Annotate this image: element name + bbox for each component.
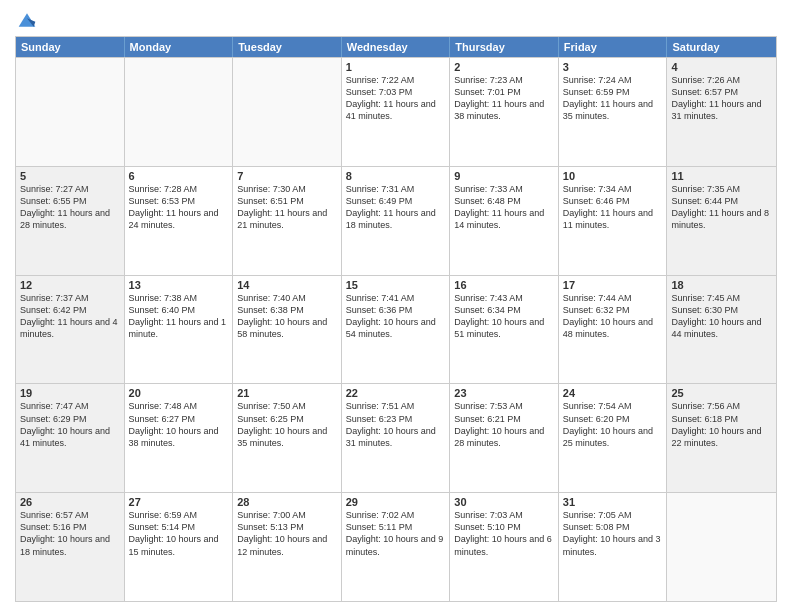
day-number: 20 xyxy=(129,387,229,399)
day-number: 22 xyxy=(346,387,446,399)
calendar-cell: 15Sunrise: 7:41 AM Sunset: 6:36 PM Dayli… xyxy=(342,276,451,384)
calendar-cell: 18Sunrise: 7:45 AM Sunset: 6:30 PM Dayli… xyxy=(667,276,776,384)
page: SundayMondayTuesdayWednesdayThursdayFrid… xyxy=(0,0,792,612)
calendar-cell: 9Sunrise: 7:33 AM Sunset: 6:48 PM Daylig… xyxy=(450,167,559,275)
calendar-cell: 28Sunrise: 7:00 AM Sunset: 5:13 PM Dayli… xyxy=(233,493,342,601)
day-number: 24 xyxy=(563,387,663,399)
day-number: 25 xyxy=(671,387,772,399)
calendar-cell: 5Sunrise: 7:27 AM Sunset: 6:55 PM Daylig… xyxy=(16,167,125,275)
cell-info: Sunrise: 7:48 AM Sunset: 6:27 PM Dayligh… xyxy=(129,400,229,449)
day-number: 4 xyxy=(671,61,772,73)
calendar-cell: 6Sunrise: 7:28 AM Sunset: 6:53 PM Daylig… xyxy=(125,167,234,275)
cell-info: Sunrise: 7:35 AM Sunset: 6:44 PM Dayligh… xyxy=(671,183,772,232)
calendar-cell: 10Sunrise: 7:34 AM Sunset: 6:46 PM Dayli… xyxy=(559,167,668,275)
day-number: 23 xyxy=(454,387,554,399)
cell-info: Sunrise: 7:45 AM Sunset: 6:30 PM Dayligh… xyxy=(671,292,772,341)
day-number: 31 xyxy=(563,496,663,508)
calendar-cell: 16Sunrise: 7:43 AM Sunset: 6:34 PM Dayli… xyxy=(450,276,559,384)
cell-info: Sunrise: 7:50 AM Sunset: 6:25 PM Dayligh… xyxy=(237,400,337,449)
calendar-header: SundayMondayTuesdayWednesdayThursdayFrid… xyxy=(16,37,776,57)
calendar-cell xyxy=(125,58,234,166)
cell-info: Sunrise: 7:27 AM Sunset: 6:55 PM Dayligh… xyxy=(20,183,120,232)
cell-info: Sunrise: 7:33 AM Sunset: 6:48 PM Dayligh… xyxy=(454,183,554,232)
cell-info: Sunrise: 7:41 AM Sunset: 6:36 PM Dayligh… xyxy=(346,292,446,341)
cell-info: Sunrise: 7:22 AM Sunset: 7:03 PM Dayligh… xyxy=(346,74,446,123)
calendar-cell: 31Sunrise: 7:05 AM Sunset: 5:08 PM Dayli… xyxy=(559,493,668,601)
calendar-cell: 4Sunrise: 7:26 AM Sunset: 6:57 PM Daylig… xyxy=(667,58,776,166)
calendar: SundayMondayTuesdayWednesdayThursdayFrid… xyxy=(15,36,777,602)
calendar-header-cell: Sunday xyxy=(16,37,125,57)
calendar-cell xyxy=(16,58,125,166)
calendar-cell: 24Sunrise: 7:54 AM Sunset: 6:20 PM Dayli… xyxy=(559,384,668,492)
day-number: 10 xyxy=(563,170,663,182)
day-number: 11 xyxy=(671,170,772,182)
calendar-cell: 2Sunrise: 7:23 AM Sunset: 7:01 PM Daylig… xyxy=(450,58,559,166)
cell-info: Sunrise: 7:56 AM Sunset: 6:18 PM Dayligh… xyxy=(671,400,772,449)
logo xyxy=(15,10,37,30)
calendar-header-cell: Thursday xyxy=(450,37,559,57)
calendar-header-cell: Saturday xyxy=(667,37,776,57)
calendar-cell: 20Sunrise: 7:48 AM Sunset: 6:27 PM Dayli… xyxy=(125,384,234,492)
calendar-body: 1Sunrise: 7:22 AM Sunset: 7:03 PM Daylig… xyxy=(16,57,776,601)
calendar-week: 1Sunrise: 7:22 AM Sunset: 7:03 PM Daylig… xyxy=(16,57,776,166)
cell-info: Sunrise: 7:54 AM Sunset: 6:20 PM Dayligh… xyxy=(563,400,663,449)
day-number: 30 xyxy=(454,496,554,508)
calendar-cell xyxy=(233,58,342,166)
calendar-cell: 11Sunrise: 7:35 AM Sunset: 6:44 PM Dayli… xyxy=(667,167,776,275)
day-number: 28 xyxy=(237,496,337,508)
day-number: 19 xyxy=(20,387,120,399)
cell-info: Sunrise: 7:28 AM Sunset: 6:53 PM Dayligh… xyxy=(129,183,229,232)
day-number: 6 xyxy=(129,170,229,182)
logo-icon xyxy=(17,10,37,30)
header xyxy=(15,10,777,30)
calendar-cell: 8Sunrise: 7:31 AM Sunset: 6:49 PM Daylig… xyxy=(342,167,451,275)
day-number: 3 xyxy=(563,61,663,73)
calendar-week: 19Sunrise: 7:47 AM Sunset: 6:29 PM Dayli… xyxy=(16,383,776,492)
day-number: 16 xyxy=(454,279,554,291)
calendar-cell: 12Sunrise: 7:37 AM Sunset: 6:42 PM Dayli… xyxy=(16,276,125,384)
calendar-cell: 22Sunrise: 7:51 AM Sunset: 6:23 PM Dayli… xyxy=(342,384,451,492)
day-number: 17 xyxy=(563,279,663,291)
day-number: 14 xyxy=(237,279,337,291)
calendar-cell: 30Sunrise: 7:03 AM Sunset: 5:10 PM Dayli… xyxy=(450,493,559,601)
cell-info: Sunrise: 7:02 AM Sunset: 5:11 PM Dayligh… xyxy=(346,509,446,558)
cell-info: Sunrise: 7:47 AM Sunset: 6:29 PM Dayligh… xyxy=(20,400,120,449)
cell-info: Sunrise: 7:26 AM Sunset: 6:57 PM Dayligh… xyxy=(671,74,772,123)
cell-info: Sunrise: 7:43 AM Sunset: 6:34 PM Dayligh… xyxy=(454,292,554,341)
cell-info: Sunrise: 7:00 AM Sunset: 5:13 PM Dayligh… xyxy=(237,509,337,558)
calendar-cell: 17Sunrise: 7:44 AM Sunset: 6:32 PM Dayli… xyxy=(559,276,668,384)
cell-info: Sunrise: 7:44 AM Sunset: 6:32 PM Dayligh… xyxy=(563,292,663,341)
cell-info: Sunrise: 7:24 AM Sunset: 6:59 PM Dayligh… xyxy=(563,74,663,123)
day-number: 18 xyxy=(671,279,772,291)
day-number: 1 xyxy=(346,61,446,73)
calendar-cell: 14Sunrise: 7:40 AM Sunset: 6:38 PM Dayli… xyxy=(233,276,342,384)
day-number: 13 xyxy=(129,279,229,291)
cell-info: Sunrise: 7:37 AM Sunset: 6:42 PM Dayligh… xyxy=(20,292,120,341)
cell-info: Sunrise: 7:30 AM Sunset: 6:51 PM Dayligh… xyxy=(237,183,337,232)
cell-info: Sunrise: 7:31 AM Sunset: 6:49 PM Dayligh… xyxy=(346,183,446,232)
day-number: 2 xyxy=(454,61,554,73)
day-number: 5 xyxy=(20,170,120,182)
cell-info: Sunrise: 7:03 AM Sunset: 5:10 PM Dayligh… xyxy=(454,509,554,558)
calendar-cell: 13Sunrise: 7:38 AM Sunset: 6:40 PM Dayli… xyxy=(125,276,234,384)
day-number: 26 xyxy=(20,496,120,508)
day-number: 21 xyxy=(237,387,337,399)
calendar-header-cell: Wednesday xyxy=(342,37,451,57)
calendar-cell: 26Sunrise: 6:57 AM Sunset: 5:16 PM Dayli… xyxy=(16,493,125,601)
calendar-cell: 29Sunrise: 7:02 AM Sunset: 5:11 PM Dayli… xyxy=(342,493,451,601)
day-number: 7 xyxy=(237,170,337,182)
cell-info: Sunrise: 7:23 AM Sunset: 7:01 PM Dayligh… xyxy=(454,74,554,123)
cell-info: Sunrise: 6:59 AM Sunset: 5:14 PM Dayligh… xyxy=(129,509,229,558)
calendar-cell: 27Sunrise: 6:59 AM Sunset: 5:14 PM Dayli… xyxy=(125,493,234,601)
calendar-cell: 3Sunrise: 7:24 AM Sunset: 6:59 PM Daylig… xyxy=(559,58,668,166)
cell-info: Sunrise: 7:40 AM Sunset: 6:38 PM Dayligh… xyxy=(237,292,337,341)
calendar-cell: 25Sunrise: 7:56 AM Sunset: 6:18 PM Dayli… xyxy=(667,384,776,492)
day-number: 8 xyxy=(346,170,446,182)
cell-info: Sunrise: 7:34 AM Sunset: 6:46 PM Dayligh… xyxy=(563,183,663,232)
calendar-cell: 19Sunrise: 7:47 AM Sunset: 6:29 PM Dayli… xyxy=(16,384,125,492)
calendar-cell: 1Sunrise: 7:22 AM Sunset: 7:03 PM Daylig… xyxy=(342,58,451,166)
day-number: 9 xyxy=(454,170,554,182)
cell-info: Sunrise: 7:05 AM Sunset: 5:08 PM Dayligh… xyxy=(563,509,663,558)
calendar-week: 26Sunrise: 6:57 AM Sunset: 5:16 PM Dayli… xyxy=(16,492,776,601)
calendar-header-cell: Tuesday xyxy=(233,37,342,57)
